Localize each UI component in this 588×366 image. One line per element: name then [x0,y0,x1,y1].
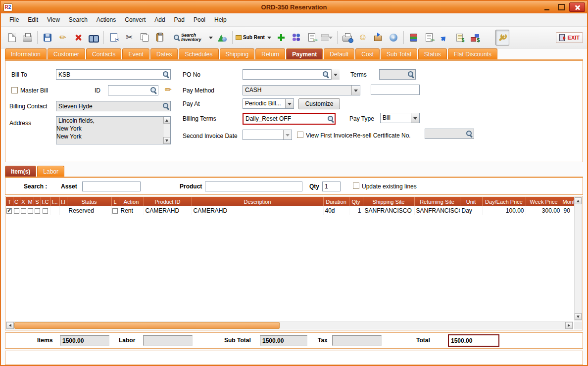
cell-shipping-site[interactable]: SANFRANCISCO [363,206,414,215]
menu-search[interactable]: Search [64,14,92,25]
vertical-scrollbar[interactable] [574,197,582,320]
cell-duration[interactable]: 40d [323,206,349,215]
items-total-field[interactable] [60,335,109,346]
search-icon[interactable] [162,71,169,78]
maximize-button[interactable] [555,2,568,12]
search-icon[interactable] [327,115,334,122]
tab-information[interactable]: Information [5,48,47,59]
find-button[interactable] [87,30,100,46]
go-arrow-button[interactable] [438,30,451,46]
second-invoice-date-dropdown[interactable] [283,130,292,139]
col-s[interactable]: S [34,197,41,206]
scroll-left-button[interactable] [6,322,14,329]
po-no-dropdown[interactable] [331,69,340,80]
tab-flat-discounts[interactable]: Flat Discounts [448,48,497,59]
pay-method-select[interactable]: CASH [243,85,360,95]
col-i-dots[interactable]: I... [50,197,59,206]
minimize-button[interactable] [540,2,553,12]
menu-convert[interactable]: Convert [120,14,150,25]
search-icon[interactable] [407,71,414,78]
scroll-down-button[interactable] [575,313,582,320]
cell-action[interactable]: Rent [119,206,144,215]
tab-labor[interactable]: Labor [37,166,64,177]
bill-to-input[interactable] [56,69,171,80]
tab-event[interactable]: Event [122,48,149,59]
cell-status[interactable]: Reserved [67,206,111,215]
scroll-up-button[interactable] [163,117,170,124]
ship-package-button[interactable] [371,30,385,46]
pay-method-dropdown[interactable] [351,86,360,95]
cell-i-dots[interactable] [50,206,59,215]
cut-line-button[interactable] [107,30,121,46]
customer-service-button[interactable] [356,30,370,46]
print-button[interactable] [20,30,34,46]
tab-cost[interactable]: Cost [355,48,380,59]
billing-contact-input[interactable] [56,101,171,111]
col-duration[interactable]: Duration [323,197,349,206]
tab-status[interactable]: Status [418,48,447,59]
copy-button[interactable] [138,30,151,46]
col-action[interactable]: Action [119,197,144,206]
tab-dates[interactable]: Dates [150,48,178,59]
new-button[interactable] [5,30,19,46]
exit-button[interactable]: EXIT [556,32,583,43]
search-icon[interactable] [150,87,157,93]
menu-file[interactable]: File [5,14,23,25]
address-box[interactable]: Lincoln fields, New York New York [56,116,171,144]
cell-ii[interactable] [59,206,67,215]
tab-return[interactable]: Return [255,48,285,59]
row-checkbox-l[interactable] [112,208,118,214]
search-icon[interactable] [322,71,329,78]
qty-input[interactable] [322,182,341,191]
col-unit[interactable]: Unit [460,197,482,206]
address-scrollbar[interactable] [163,117,170,144]
cell-week-price[interactable]: 300.00 [526,206,562,215]
row-checkbox-t[interactable] [6,208,12,214]
menu-help[interactable]: Help [210,14,231,25]
disc-button[interactable] [387,30,400,46]
total-field[interactable] [448,334,499,347]
cell-product-id[interactable]: CAMERAHD [144,206,192,215]
row-checkbox-m[interactable] [28,208,33,214]
update-existing-checkbox[interactable] [353,183,359,189]
col-ii[interactable]: I.I [59,197,67,206]
col-product-id[interactable]: Product ID [144,197,192,206]
tools-button[interactable] [495,30,509,46]
invoice-button[interactable] [453,30,467,46]
cell-qty[interactable]: 1 [349,206,363,215]
col-c[interactable]: C [13,197,20,206]
col-description[interactable]: Description [192,197,323,206]
row-checkbox-ic[interactable] [43,208,48,214]
search-icon[interactable] [162,102,169,109]
row-checkbox-s[interactable] [35,208,40,214]
scroll-down-button[interactable] [163,137,170,144]
product-input[interactable] [205,182,302,191]
row-checkbox-x[interactable] [21,208,26,214]
search-inventory-button[interactable]: Search Inventory [173,30,206,46]
pay-at-dropdown[interactable] [285,99,294,108]
table-row[interactable]: Reserved Rent CAMERAHD CAMERAHD 40d 1 SA… [6,206,576,215]
tax-field[interactable] [332,335,382,346]
menu-pool[interactable]: Pool [189,14,210,25]
search-inventory-dropdown[interactable] [207,30,214,46]
col-week-price[interactable]: Week Price [526,197,562,206]
menu-view[interactable]: View [43,14,64,25]
tab-customer[interactable]: Customer [48,48,85,59]
col-qty[interactable]: Qty [349,197,363,206]
tab-default[interactable]: Default [324,48,354,59]
menu-pad[interactable]: Pad [170,14,189,25]
col-status[interactable]: Status [67,197,111,206]
tab-contacts[interactable]: Contacts [86,48,121,59]
horizontal-scrollbar[interactable] [6,321,573,329]
paste-button[interactable] [153,30,167,46]
sub-rent-dropdown[interactable] [266,30,273,46]
close-button[interactable] [569,2,585,12]
row-checkbox-c[interactable] [14,208,19,214]
tab-schedules[interactable]: Schedules [179,48,218,59]
print-setup-button[interactable] [341,30,354,46]
save-button[interactable] [41,30,54,46]
menu-edit[interactable]: Edit [23,14,43,25]
edit-button[interactable] [56,30,70,46]
database-button[interactable] [407,30,421,46]
delete-button[interactable] [71,30,85,46]
